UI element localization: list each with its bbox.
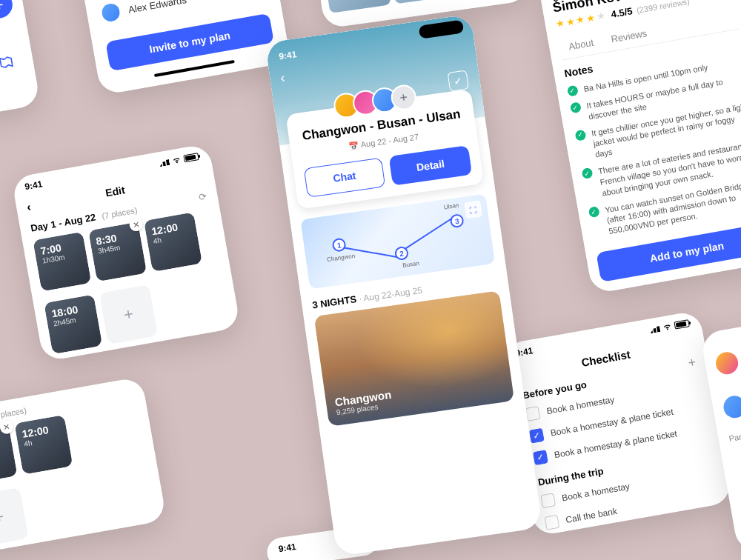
day-edit-panel: 9:41 ‹ Edit Day 1 - Aug 22 (7 places) ⟳ …: [11, 143, 241, 361]
header-title: Edit: [104, 184, 126, 199]
check-icon: ✓: [574, 129, 586, 141]
time-card[interactable]: 12:004h: [144, 212, 202, 272]
day-edit-panel-2: Aug 22 (9 places) 8:303h45m✕ 12:004h +: [0, 376, 167, 555]
avatar: [99, 1, 122, 24]
checkbox[interactable]: [540, 493, 556, 508]
star-icon: ★: [565, 16, 575, 28]
fab-panel: +: [0, 0, 41, 116]
invite-panel: Olivia Arribas Leanne Simpson Alex Edwar…: [72, 0, 291, 96]
check-icon: ✓: [570, 101, 582, 113]
detail-button[interactable]: Detail: [389, 145, 473, 186]
review-count: (2399 reviews): [636, 0, 690, 14]
map-city-label: Changwon: [327, 253, 356, 263]
chat-button[interactable]: Chat: [304, 158, 386, 198]
rating-value: 4.5/5: [610, 5, 633, 20]
remove-icon[interactable]: ✕: [0, 419, 14, 435]
star-icon: ★: [575, 13, 585, 26]
home-indicator: [154, 60, 235, 77]
image-tile[interactable]: [323, 0, 391, 13]
time-card[interactable]: 18:002h45m: [44, 294, 102, 354]
checkbox[interactable]: [544, 515, 559, 530]
signal-icon: [649, 324, 661, 333]
map-city-label: Busan: [402, 260, 420, 269]
time-card[interactable]: 8:303h45m✕: [88, 222, 147, 282]
image-tile[interactable]: [388, 0, 456, 4]
avatar[interactable]: [714, 350, 740, 376]
profile-panel: Landscape Nature Historic Šimon Kováč ★ …: [536, 0, 741, 294]
destination-card[interactable]: Changwon 9,259 places: [314, 290, 514, 427]
checkbox-checked[interactable]: ✓: [533, 450, 548, 465]
check-icon: ✓: [581, 167, 593, 179]
star-icon: ★: [596, 10, 606, 23]
add-card[interactable]: +: [0, 487, 29, 547]
status-time: 9:41: [278, 49, 297, 61]
star-icon: ★: [555, 17, 565, 30]
check-icon: ✓: [567, 85, 579, 97]
map[interactable]: 1 2 3 Changwon Busan Ulsan ⛶: [300, 194, 495, 290]
time-card[interactable]: 7:001h30m: [33, 232, 91, 292]
map-icon[interactable]: [0, 50, 34, 74]
trip-card: + Changwon - Busan - Ulsan 📅 Aug 22 - Au…: [285, 89, 484, 210]
refresh-icon[interactable]: ⟳: [198, 190, 207, 203]
battery-icon: [183, 153, 199, 162]
trip-detail-panel: 9:41 ‹ ✓ + Changwon - Busan - Ulsan 📅 Au…: [265, 14, 543, 556]
star-icon: ★: [585, 12, 596, 24]
city-label: Paris: [718, 423, 741, 444]
avatar[interactable]: [722, 394, 741, 420]
signal-icon: [159, 158, 170, 167]
check-icon: ✓: [588, 206, 600, 218]
back-icon[interactable]: ‹: [26, 200, 32, 214]
expand-icon[interactable]: ⛶: [464, 201, 482, 219]
map-pin[interactable]: 1: [331, 237, 346, 252]
time-card[interactable]: 8:303h45m✕: [0, 424, 18, 484]
wifi-icon: [171, 155, 182, 165]
map-pin[interactable]: 3: [449, 213, 464, 228]
battery-icon: [674, 319, 689, 329]
back-icon[interactable]: ‹: [279, 70, 286, 87]
map-city-label: Ulsan: [443, 202, 459, 211]
contact-name: Alex Edwards: [127, 0, 187, 15]
add-card[interactable]: +: [99, 284, 158, 344]
status-time: 9:41: [24, 179, 43, 192]
status-time: 9:41: [278, 541, 297, 554]
checkbox-checked[interactable]: ✓: [529, 428, 545, 444]
add-fab[interactable]: +: [0, 0, 15, 20]
wifi-icon: [662, 321, 672, 332]
time-card[interactable]: 12:004h: [14, 415, 73, 475]
